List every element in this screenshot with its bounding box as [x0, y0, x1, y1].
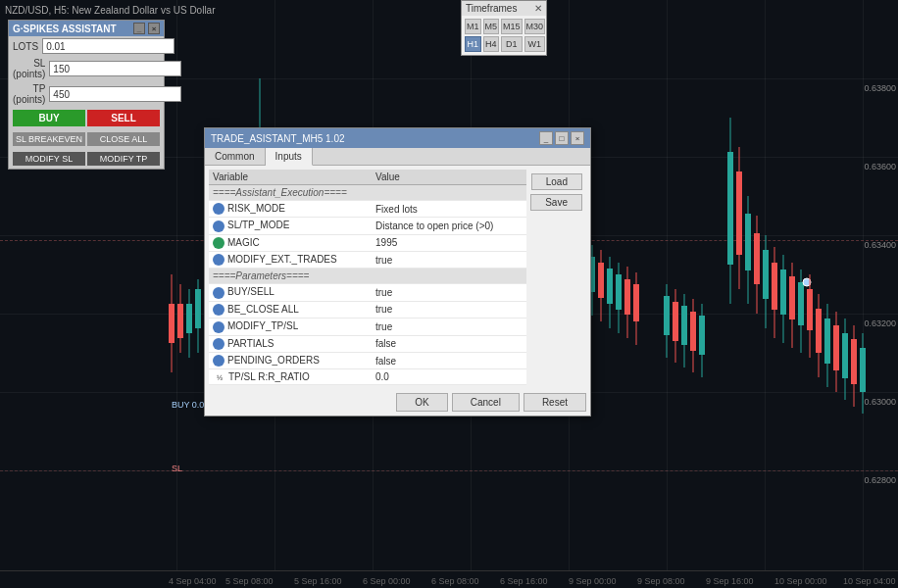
var-cell: PARTIALS	[209, 335, 372, 352]
dialog-tabs: Common Inputs	[205, 148, 590, 166]
svg-rect-111	[754, 233, 760, 284]
svg-rect-93	[633, 284, 639, 321]
tab-common[interactable]: Common	[205, 148, 266, 165]
dialog-close-btn[interactable]: ×	[571, 131, 584, 145]
circle-icon	[213, 203, 224, 215]
sl-breakeven-button[interactable]: SL BREAKEVEN	[13, 132, 85, 146]
price-label: 0.62800	[864, 475, 896, 485]
table-row: MODIFY_EXT._TRADES true	[209, 252, 526, 269]
assistant-panel: G·SPIKES ASSISTANT _ × LOTS SL (points) …	[8, 20, 165, 170]
circle-icon	[213, 321, 224, 333]
val-cell: true	[372, 284, 526, 301]
time-label: 6 Sep 16:00	[500, 576, 548, 586]
price-label: 0.63600	[864, 162, 896, 172]
table-row: SL/TP_MODE Distance to open price (>0)	[209, 218, 526, 234]
tf-m1[interactable]: M1	[465, 19, 481, 34]
svg-rect-124	[807, 289, 813, 330]
var-cell: MODIFY_TP/SL	[209, 318, 372, 335]
svg-rect-85	[598, 263, 604, 298]
svg-rect-87	[607, 269, 613, 304]
tp-label: TP (points)	[13, 83, 45, 105]
timeframes-close-btn[interactable]: ✕	[534, 3, 542, 14]
var-cell: SL/TP_MODE	[209, 218, 372, 234]
val-cell: true	[372, 252, 526, 269]
modify-tp-button[interactable]: MODIFY TP	[87, 152, 160, 166]
tf-m5[interactable]: M5	[483, 19, 500, 34]
load-save-area: Load Save	[530, 170, 586, 385]
table-row: MAGIC 1995	[209, 234, 526, 251]
modify-row: MODIFY SL MODIFY TP	[9, 149, 164, 169]
svg-rect-121	[798, 282, 804, 325]
close-all-button[interactable]: CLOSE ALL	[87, 132, 160, 146]
circle-icon	[213, 220, 224, 232]
load-button[interactable]: Load	[531, 173, 582, 190]
timeframes-panel: Timeframes ✕ M1 M5 M15 M30 H1 H4 D1 W1	[461, 0, 547, 56]
time-axis: 4 Sep 04:00 5 Sep 08:00 5 Sep 16:00 6 Se…	[0, 570, 898, 588]
svg-rect-136	[860, 348, 866, 392]
table-row: BE_CLOSE ALL true	[209, 301, 526, 318]
table-row: PENDING_ORDERS false	[209, 352, 526, 368]
reset-button[interactable]: Reset	[524, 393, 586, 412]
trade-assistant-dialog: TRADE_ASISTANT_MH5 1.02 _ □ × Common Inp…	[204, 127, 591, 416]
svg-rect-132	[842, 333, 848, 378]
sl-input[interactable]	[49, 61, 181, 76]
circle-icon	[213, 254, 224, 266]
tf-w1[interactable]: W1	[524, 36, 546, 52]
sl-breakeven-row: SL BREAKEVEN CLOSE ALL	[9, 129, 164, 149]
table-row: PARTIALS false	[209, 335, 526, 352]
var-cell: ½TP/SL R:R_RATIO	[209, 369, 372, 385]
assistant-minimize-btn[interactable]: _	[133, 23, 145, 34]
tab-inputs[interactable]: Inputs	[266, 148, 313, 166]
timeframes-grid: M1 M5 M15 M30 H1 H4 D1 W1	[462, 16, 546, 55]
fraction-icon: ½	[213, 373, 226, 382]
tf-d1[interactable]: D1	[501, 36, 523, 52]
timeframes-title: Timeframes	[466, 3, 517, 14]
dialog-maximize-btn[interactable]: □	[555, 131, 569, 145]
tf-m15[interactable]: M15	[501, 19, 523, 34]
sl-label: SL	[172, 464, 182, 473]
var-cell: PENDING_ORDERS	[209, 352, 372, 368]
sl-label: SL (points)	[13, 58, 45, 79]
ok-button[interactable]: OK	[396, 393, 447, 412]
modify-sl-button[interactable]: MODIFY SL	[13, 152, 85, 166]
table-row: ====Assistant_Execution====	[209, 185, 526, 201]
dialog-ctrl-btns: _ □ ×	[539, 131, 584, 145]
col-value: Value	[372, 170, 526, 185]
svg-rect-7	[195, 289, 201, 328]
svg-rect-128	[824, 318, 830, 364]
assistant-title-controls: _ ×	[133, 23, 160, 34]
tf-h1[interactable]: H1	[465, 36, 481, 52]
val-cell: Distance to open price (>0)	[372, 218, 526, 234]
circle-icon	[213, 338, 224, 350]
save-button[interactable]: Save	[530, 194, 582, 211]
time-label: 5 Sep 16:00	[294, 576, 342, 586]
sl-row: SL (points)	[9, 56, 164, 81]
dialog-minimize-btn[interactable]: _	[539, 131, 553, 145]
section-label: ====Parameters====	[209, 269, 526, 284]
sell-button[interactable]: SELL	[87, 110, 160, 126]
circle-icon	[213, 287, 224, 299]
circle-icon	[213, 237, 224, 249]
svg-rect-109	[745, 214, 751, 270]
svg-rect-101	[690, 312, 696, 351]
dialog-title: TRADE_ASISTANT_MH5 1.02	[211, 133, 345, 144]
assistant-close-btn[interactable]: ×	[148, 23, 160, 34]
cancel-button[interactable]: Cancel	[452, 393, 520, 412]
time-label: 5 Sep 08:00	[225, 576, 274, 586]
chart-title: NZD/USD, H5: New Zealand Dollar vs US Do…	[5, 5, 216, 16]
time-label: 9 Sep 00:00	[569, 576, 617, 586]
tf-h4[interactable]: H4	[483, 36, 500, 52]
time-label: 10 Sep 00:00	[774, 576, 827, 586]
svg-rect-103	[699, 316, 705, 355]
lots-input[interactable]	[42, 38, 175, 54]
val-cell: true	[372, 301, 526, 318]
svg-rect-107	[736, 172, 742, 255]
buy-button[interactable]: BUY	[13, 110, 85, 126]
tp-row: TP (points)	[9, 81, 164, 107]
var-cell: MODIFY_EXT._TRADES	[209, 252, 372, 269]
table-row: ½TP/SL R:R_RATIO 0.0	[209, 369, 526, 385]
svg-rect-95	[664, 296, 670, 335]
var-cell: BUY/SELL	[209, 284, 372, 301]
tp-input[interactable]	[49, 86, 181, 102]
tf-m30[interactable]: M30	[524, 19, 546, 34]
